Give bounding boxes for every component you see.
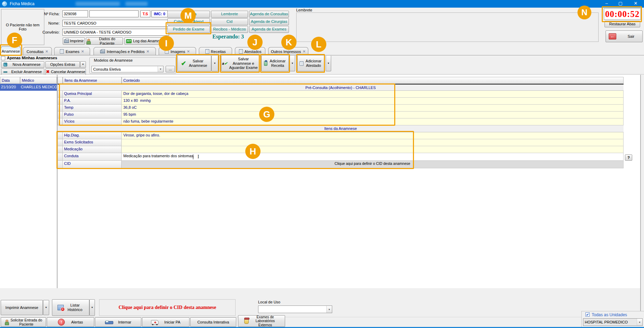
indicator-column-header bbox=[58, 77, 63, 84]
agenda-exames-button[interactable]: Agenda de Exames bbox=[249, 26, 289, 33]
row-value[interactable]: não fuma, bebe regularmente bbox=[122, 118, 624, 125]
recibos-medicos-button[interactable]: Recibos - Médicos bbox=[211, 26, 248, 33]
ficha-extra-input[interactable] bbox=[89, 10, 139, 17]
tab-close-icon[interactable]: ✕ bbox=[81, 50, 84, 53]
minimize-button[interactable]: – bbox=[600, 0, 614, 8]
printer-icon bbox=[64, 39, 69, 43]
adicionar-atestado-button[interactable]: Adicionar Atestado bbox=[297, 55, 324, 71]
tab-close-icon[interactable]: ✕ bbox=[187, 50, 189, 53]
document-icon bbox=[205, 49, 209, 54]
alertas-button[interactable]: ! Alertas bbox=[47, 317, 94, 327]
opcoes-extras-button[interactable]: Opções Extras bbox=[45, 61, 80, 68]
listar-historico-dropdown[interactable]: ▼ bbox=[89, 299, 95, 316]
tab-internacoes-pedidos[interactable]: Internações e Pedidos✕ bbox=[94, 47, 156, 55]
agenda-cirurgias-button[interactable]: Agenda de Cirurgias bbox=[249, 18, 289, 25]
cid-button[interactable]: Cid bbox=[211, 18, 248, 25]
row-value[interactable]: 130 x 80 mmhg bbox=[122, 98, 624, 105]
tab-anamnese[interactable]: Anamnese bbox=[1, 46, 21, 56]
row-value[interactable] bbox=[122, 146, 624, 153]
row-label[interactable]: Hip.Diag. bbox=[63, 132, 122, 139]
nome-input[interactable] bbox=[62, 20, 169, 27]
imprimir-button[interactable]: Imprimir bbox=[63, 37, 85, 45]
pedido-exame-button[interactable]: Pedido de Exame bbox=[167, 26, 210, 33]
cid-define-cell[interactable]: Clique aqui para definir o CID desta ana… bbox=[122, 161, 624, 168]
cid-banner[interactable]: Clique aqui para definir o CID desta ana… bbox=[99, 299, 236, 316]
left-list-header-medico[interactable]: Médico bbox=[20, 77, 57, 84]
printer-icon bbox=[100, 50, 105, 53]
reminder-panel[interactable] bbox=[296, 12, 599, 42]
group-header-pre-consulta[interactable]: Pré-Consulta (Acolhimento) - CHARLLES bbox=[58, 84, 624, 91]
cancelar-anamnese-button[interactable]: ✖ Cancelar Anamnese bbox=[45, 69, 86, 75]
tab-close-icon[interactable]: ✕ bbox=[45, 50, 48, 53]
salvar-anamnese-button[interactable]: ✔ Salvar Anamnese bbox=[177, 55, 211, 71]
exit-icon: ← bbox=[609, 33, 616, 39]
row-value[interactable]: 95 bpm bbox=[122, 112, 624, 118]
itens-column-header[interactable]: Ítens da Anamnese bbox=[63, 77, 122, 84]
consulta-interativa-button[interactable]: Consulta Interativa bbox=[190, 317, 236, 327]
row-label[interactable]: Conduta bbox=[63, 153, 122, 161]
nova-anamnese-button[interactable]: Nova Anamnese bbox=[1, 61, 44, 68]
help-button[interactable]: ? bbox=[625, 154, 632, 161]
table-row-medicacao: Medicação bbox=[58, 146, 624, 153]
row-value[interactable]: 36,8 oC bbox=[122, 105, 624, 112]
internar-button[interactable]: Internar bbox=[95, 317, 141, 327]
close-button[interactable]: ✕ bbox=[627, 0, 644, 8]
tab-exames[interactable]: Exames✕ bbox=[54, 47, 90, 55]
modelo-more-button[interactable]: ... bbox=[166, 66, 175, 72]
salvar-anamnese-dropdown[interactable]: ▼ bbox=[211, 55, 218, 71]
row-label[interactable]: Temp bbox=[63, 105, 122, 112]
table-row-queixa: Queixa Principal Dor de garganta, tosse,… bbox=[58, 91, 624, 98]
listar-historico-button[interactable]: Listar Histórico bbox=[52, 299, 89, 316]
imprimir-anamnese-button[interactable]: Imprimir Anamnese bbox=[1, 300, 43, 315]
salvar-aguardar-exame-button[interactable]: a✔ Salvar Anamnese e Aguardar Exame bbox=[221, 55, 259, 71]
imc-badge[interactable]: IMC: 0 bbox=[151, 10, 168, 17]
row-label[interactable]: Queixa Principal bbox=[63, 91, 122, 98]
row-value[interactable]: Virose, gripe ou afins. bbox=[122, 132, 624, 139]
maximize-button[interactable]: ▢ bbox=[614, 0, 627, 8]
left-list-header-data[interactable]: Data bbox=[0, 77, 20, 84]
row-value[interactable]: Dor de garganta, tosse, dor de cabeça bbox=[122, 91, 624, 98]
modelo-anamnese-combobox[interactable]: Consulta Eletiva ▼ bbox=[91, 66, 164, 72]
exames-lab-externos-button[interactable]: Exames de Laboratórios Externos bbox=[238, 315, 285, 327]
adicionar-receita-dropdown[interactable]: ▼ bbox=[290, 55, 295, 71]
apenas-minhas-checkbox[interactable] bbox=[1, 56, 5, 60]
tab-close-icon[interactable]: ✕ bbox=[147, 50, 149, 53]
todas-unidades-checkbox[interactable]: ✔ bbox=[585, 312, 590, 317]
row-label[interactable]: Exms Solicitados bbox=[63, 139, 122, 146]
solicitar-entrada-button[interactable]: Solicitar Entrada do Paciente bbox=[1, 317, 46, 327]
tab-receitas[interactable]: Receitas bbox=[199, 47, 232, 55]
restaurar-abas-button[interactable]: Restaurar Abas bbox=[605, 21, 640, 27]
row-label[interactable]: CID bbox=[63, 161, 122, 168]
iniciar-pa-button[interactable]: Iniciar PA bbox=[142, 317, 189, 327]
agenda-consultas-button[interactable]: Agenda de Consultas bbox=[249, 11, 289, 18]
adicionar-receita-button[interactable]: Adicionar Receita bbox=[261, 55, 289, 71]
row-indicator bbox=[58, 132, 63, 139]
anamnese-list-row-selected[interactable]: 21/10/20 CHARLLES MEDICO bbox=[0, 84, 57, 91]
sair-button[interactable]: ← Sair bbox=[606, 30, 643, 42]
unidade-combobox[interactable]: HOSPITAL PROMEDICO ▼ bbox=[583, 318, 643, 326]
local-de-uso-combobox[interactable]: ▼ bbox=[258, 305, 332, 313]
lembrete-button[interactable]: Lembrete bbox=[211, 11, 248, 18]
row-label[interactable]: Pulso bbox=[63, 112, 122, 118]
group-header-itens-anamnese[interactable]: Itens da Anamnese bbox=[58, 125, 624, 132]
conteudo-column-header[interactable]: Conteúdo bbox=[122, 77, 624, 84]
ts-badge[interactable]: T.S bbox=[140, 10, 150, 17]
row-label[interactable]: Medicação bbox=[63, 146, 122, 153]
excluir-anamnese-button[interactable]: Excluir Anamnese bbox=[1, 69, 44, 75]
chevron-down-icon: ▼ bbox=[214, 62, 216, 65]
dados-paciente-button[interactable]: Dados do Paciente bbox=[86, 37, 123, 45]
adicionar-atestado-dropdown[interactable]: ▼ bbox=[326, 55, 331, 71]
row-value[interactable] bbox=[122, 139, 624, 146]
tab-close-icon[interactable]: ✕ bbox=[303, 50, 306, 53]
new-icon bbox=[3, 63, 7, 67]
apenas-minhas-label: Apenas Minhas Anamneses bbox=[7, 56, 57, 60]
ficha-input[interactable] bbox=[62, 10, 88, 17]
row-label[interactable]: Vícios bbox=[63, 118, 122, 125]
row-label[interactable]: P.A. bbox=[63, 98, 122, 105]
conduta-edit-cell[interactable]: Medicação para tratamento dos sintomas. bbox=[122, 153, 624, 161]
convenio-input[interactable] bbox=[62, 29, 169, 36]
opcoes-extras-dropdown[interactable]: ▼ bbox=[80, 61, 86, 68]
imprimir-anamnese-dropdown[interactable]: ▼ bbox=[43, 300, 49, 315]
tab-consultas[interactable]: Consultas✕ bbox=[23, 47, 52, 55]
chevron-down-icon: ▼ bbox=[291, 62, 294, 65]
